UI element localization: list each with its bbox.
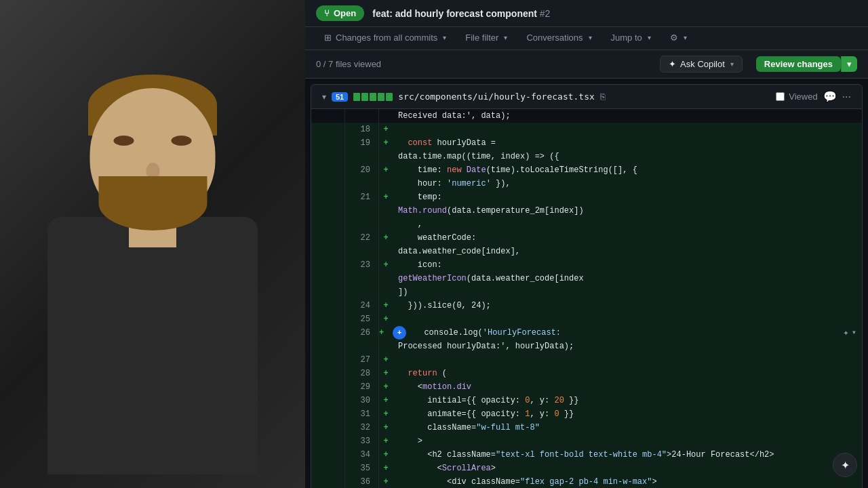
copilot-line-icon[interactable]: ✦: [843, 326, 848, 340]
pr-tabs-bar: ⊞ Changes from all commits ▾ File filter…: [305, 27, 868, 50]
viewed-input[interactable]: [776, 92, 785, 101]
review-changes-dropdown[interactable]: ▾: [841, 56, 857, 72]
diff-row-29: 29 + <motion.div: [311, 380, 862, 394]
diff-row-32: 32 + className="w-full mt-8": [311, 421, 862, 434]
github-panel: ⑂ Open feat: add hourly forecast compone…: [305, 0, 868, 488]
diff-row-36: 36 + <div className="flex gap-2 pb-4 min…: [311, 475, 862, 488]
diff-blocks: [353, 93, 393, 101]
pr-status-label: Open: [334, 8, 356, 18]
copilot-badge-icon: ✦: [841, 459, 850, 472]
diff-row-22b: data.weather_code[index],: [311, 245, 862, 258]
file-path: src/components/ui/hourly-forecast.tsx: [398, 92, 595, 102]
video-panel: [0, 0, 305, 488]
copilot-icon: ✦: [669, 59, 676, 69]
pr-title: feat: add hourly forecast component #2: [372, 8, 857, 19]
diff-block-3: [370, 93, 376, 101]
tab-changes[interactable]: ⊞ Changes from all commits ▾: [316, 27, 454, 49]
pr-number: #2: [540, 8, 551, 19]
diff-row-26: 26 + + console.log('HourlyForecast: ✦ ▾: [311, 326, 862, 340]
line-count-badge: 51: [332, 92, 348, 102]
diff-row-27: 27 +: [311, 353, 862, 367]
more-options-icon[interactable]: ···: [842, 91, 851, 103]
diff-row-23: 23 + icon:: [311, 258, 862, 272]
file-header: ▾ 51 src/components/ui/hourly-forecast.t…: [311, 84, 863, 109]
diff-row-33: 33 + >: [311, 434, 862, 448]
diff-row-18: 18 +: [311, 123, 862, 136]
diff-row-23c: ]): [311, 285, 862, 299]
tab-settings[interactable]: ⚙ ▾: [662, 27, 695, 49]
settings-dropdown-arrow: ▾: [684, 34, 687, 41]
tab-file-filter[interactable]: File filter ▾: [457, 27, 515, 49]
diff-row-20b: hour: 'numeric' }),: [311, 177, 862, 190]
diff-row-35: 35 + <ScrollArea>: [311, 462, 862, 475]
diff-row-28: 28 + return (: [311, 367, 862, 380]
diff-block-1: [353, 93, 360, 101]
pr-header: ⑂ Open feat: add hourly forecast compone…: [305, 0, 868, 27]
copilot-dropdown-arrow: ▾: [730, 60, 734, 68]
file-filter-dropdown-arrow: ▾: [504, 34, 507, 41]
files-viewed-count: 0 / 7 files viewed: [316, 59, 381, 69]
files-action-bar: 0 / 7 files viewed ✦ Ask Copilot ▾ Revie…: [305, 50, 868, 79]
tab-jump-to[interactable]: Jump to ▾: [603, 27, 659, 49]
jumpto-dropdown-arrow: ▾: [648, 34, 651, 41]
conversations-dropdown-arrow: ▾: [589, 34, 592, 41]
diff-row-24: 24 + })).slice(0, 24);: [311, 299, 862, 312]
settings-icon: ⚙: [670, 33, 678, 43]
diff-block-2: [361, 93, 368, 101]
review-dropdown-arrow: ▾: [847, 59, 852, 69]
comment-icon[interactable]: 💬: [823, 90, 837, 103]
add-comment-indicator[interactable]: +: [393, 326, 406, 340]
diff-row-30: 30 + initial={{ opacity: 0, y: 20 }}: [311, 394, 862, 407]
diff-block-5: [386, 93, 393, 101]
collapse-icon[interactable]: ▾: [322, 92, 326, 102]
changes-icon: ⊞: [324, 33, 332, 43]
diff-row-23b: getWeatherIcon(data.weather_code[index: [311, 272, 862, 285]
file-header-left: ▾ 51 src/components/ui/hourly-forecast.t…: [322, 92, 770, 102]
ask-copilot-button[interactable]: ✦ Ask Copilot ▾: [660, 56, 743, 73]
diff-row-21c: ,: [311, 218, 862, 231]
copy-path-icon[interactable]: ⎘: [600, 92, 606, 102]
line-dropdown-icon[interactable]: ▾: [852, 326, 856, 340]
file-header-right: Viewed 💬 ···: [776, 90, 851, 103]
diff-table: Received data:', data); 18 + 19 + const …: [311, 109, 863, 488]
copilot-floating-badge[interactable]: ✦: [833, 453, 857, 477]
diff-row-26b: Processed hourlyData:', hourlyData);: [311, 340, 862, 353]
review-changes-button[interactable]: Review changes: [756, 56, 841, 72]
diff-row-31: 31 + animate={{ opacity: 1, y: 0 }}: [311, 407, 862, 421]
diff-row-context: Received data:', data);: [311, 109, 862, 123]
diff-block-4: [378, 93, 384, 101]
diff-row-20: 20 + time: new Date(time).toLocaleTimeSt…: [311, 163, 862, 177]
git-open-icon: ⑂: [324, 8, 330, 18]
changes-dropdown-arrow: ▾: [443, 34, 446, 41]
tab-conversations[interactable]: Conversations ▾: [518, 27, 599, 49]
diff-row-19b: data.time.map((time, index) => ({: [311, 150, 862, 163]
pr-status-badge[interactable]: ⑂ Open: [316, 5, 364, 21]
diff-row-22: 22 + weatherCode:: [311, 231, 862, 245]
diff-container[interactable]: ▾ 51 src/components/ui/hourly-forecast.t…: [305, 79, 868, 488]
diff-row-34: 34 + <h2 className="text-xl font-bold te…: [311, 448, 862, 462]
diff-row-21: 21 + temp:: [311, 190, 862, 204]
diff-row-21b: Math.round(data.temperature_2m[index]): [311, 204, 862, 218]
viewed-checkbox[interactable]: Viewed: [776, 92, 817, 102]
diff-row-19: 19 + const hourlyData =: [311, 136, 862, 150]
diff-row-25: 25 +: [311, 312, 862, 326]
